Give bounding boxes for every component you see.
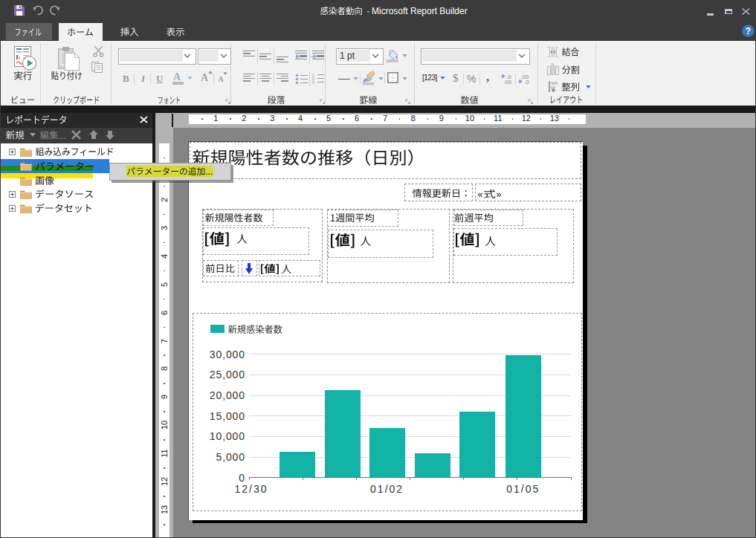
svg-text:.00: .00 [503,79,512,85]
svg-text:?: ? [746,26,751,36]
svg-text:.0: .0 [524,79,529,85]
